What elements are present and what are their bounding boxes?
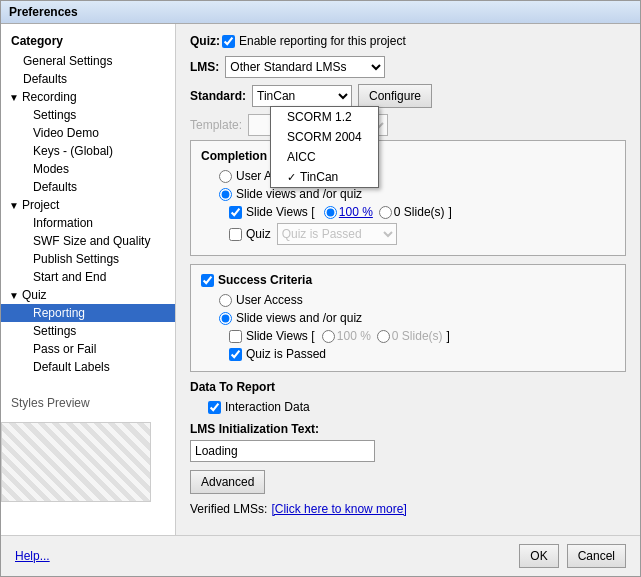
sidebar-item-swf-size[interactable]: SWF Size and Quality [1,232,175,250]
slide-count-radio[interactable] [379,206,392,219]
click-here-link[interactable]: [Click here to know more] [271,502,406,516]
sidebar-item-pass-fail[interactable]: Pass or Fail [1,340,175,358]
completion-label: Completion Criteria [201,149,615,163]
dropdown-item-tincan[interactable]: TinCan [271,167,378,187]
quiz-passed-label: Quiz [246,227,271,241]
sidebar-item-defaults-top[interactable]: Defaults [1,70,175,88]
sidebar-section-project[interactable]: ▼ Project [1,196,175,214]
sidebar-section-recording[interactable]: ▼ Recording [1,88,175,106]
title-bar: Preferences [1,1,640,24]
success-slide-views-checkbox-label: Slide Views [ [246,329,314,343]
dropdown-item-scorm12[interactable]: SCORM 1.2 [271,107,378,127]
cancel-button[interactable]: Cancel [567,544,626,568]
lms-init-label: LMS Initialization Text: [190,422,319,436]
user-access-radio[interactable] [219,170,232,183]
styles-preview-box [1,422,151,502]
slide-views-checkbox[interactable] [229,206,242,219]
help-link[interactable]: Help... [15,549,50,563]
dropdown-item-aicc[interactable]: AICC [271,147,378,167]
ok-button[interactable]: OK [519,544,558,568]
completion-criteria-section: Completion Criteria User Access Slide vi… [190,140,626,256]
sidebar-item-quiz: Quiz [22,288,47,302]
success-user-access-radio[interactable] [219,294,232,307]
success-quiz-passed-label: Quiz is Passed [246,347,326,361]
sidebar-item-default-labels[interactable]: Default Labels [1,358,175,376]
quiz-passed-select[interactable]: Quiz is Passed [277,223,397,245]
slide-count-value: 0 Slide(s) [394,205,445,219]
category-label: Category [1,30,175,52]
success-criteria-label: Success Criteria [218,273,312,287]
data-to-report-label: Data To Report [190,380,275,394]
standard-select[interactable]: TinCan [252,85,352,107]
recording-arrow-icon: ▼ [9,92,19,103]
slide-percent-value: 100 % [339,205,373,219]
sidebar-item-recording: Recording [22,90,77,104]
sidebar-item-video-demo[interactable]: Video Demo [1,124,175,142]
sidebar-section-quiz[interactable]: ▼ Quiz [1,286,175,304]
success-criteria-checkbox[interactable] [201,274,214,287]
success-bracket: ] [447,329,450,343]
interaction-data-checkbox[interactable] [208,401,221,414]
lms-label: LMS: [190,60,219,74]
footer: Help... OK Cancel [1,535,640,576]
window-title: Preferences [9,5,78,19]
template-label: Template: [190,118,242,132]
slide-views-label: Slide views and /or quiz [236,187,362,201]
standard-label: Standard: [190,89,246,103]
quiz-passed-checkbox[interactable] [229,228,242,241]
bracket-label: ] [449,205,452,219]
advanced-button[interactable]: Advanced [190,470,265,494]
success-slide-views-radio[interactable] [219,312,232,325]
enable-reporting-label: Enable reporting for this project [239,34,406,48]
configure-button[interactable]: Configure [358,84,432,108]
success-quiz-passed-checkbox[interactable] [229,348,242,361]
sidebar-item-defaults-rec[interactable]: Defaults [1,178,175,196]
sidebar-item-settings-rec[interactable]: Settings [1,106,175,124]
preferences-window: Preferences Category General Settings De… [0,0,641,577]
success-percent-radio[interactable] [322,330,335,343]
success-slide-views-checkbox[interactable] [229,330,242,343]
success-percent-value: 100 % [337,329,371,343]
sidebar: Category General Settings Defaults ▼ Rec… [1,24,176,535]
standard-dropdown: SCORM 1.2 SCORM 2004 AICC TinCan [270,106,379,188]
quiz-label: Quiz: [190,34,220,48]
verified-lms-label: Verified LMSs: [190,502,267,516]
sidebar-item-reporting[interactable]: Reporting [1,304,175,322]
enable-reporting-checkbox[interactable] [222,35,235,48]
sidebar-item-project: Project [22,198,59,212]
lms-select[interactable]: Other Standard LMSs SCORM 1.2 SCORM 2004… [225,56,385,78]
main-panel: Quiz: Enable reporting for this project … [176,24,640,535]
quiz-arrow-icon: ▼ [9,290,19,301]
lms-init-input[interactable] [190,440,375,462]
sidebar-item-start-end[interactable]: Start and End [1,268,175,286]
project-arrow-icon: ▼ [9,200,19,211]
slide-views-checkbox-label: Slide Views [ [246,205,314,219]
success-user-access-label: User Access [236,293,303,307]
success-criteria-section: Success Criteria User Access Slide views… [190,264,626,372]
footer-buttons: OK Cancel [519,544,626,568]
sidebar-item-modes[interactable]: Modes [1,160,175,178]
slide-views-radio[interactable] [219,188,232,201]
success-slides-value: 0 Slide(s) [392,329,443,343]
sidebar-item-information[interactable]: Information [1,214,175,232]
sidebar-item-settings-quiz[interactable]: Settings [1,322,175,340]
dropdown-item-scorm2004[interactable]: SCORM 2004 [271,127,378,147]
sidebar-item-publish-settings[interactable]: Publish Settings [1,250,175,268]
sidebar-item-keys-global[interactable]: Keys - (Global) [1,142,175,160]
sidebar-item-general-settings[interactable]: General Settings [1,52,175,70]
slide-percent-radio[interactable] [324,206,337,219]
styles-preview-label: Styles Preview [1,388,175,418]
success-count-radio[interactable] [377,330,390,343]
interaction-data-label: Interaction Data [225,400,310,414]
success-slide-views-label: Slide views and /or quiz [236,311,362,325]
